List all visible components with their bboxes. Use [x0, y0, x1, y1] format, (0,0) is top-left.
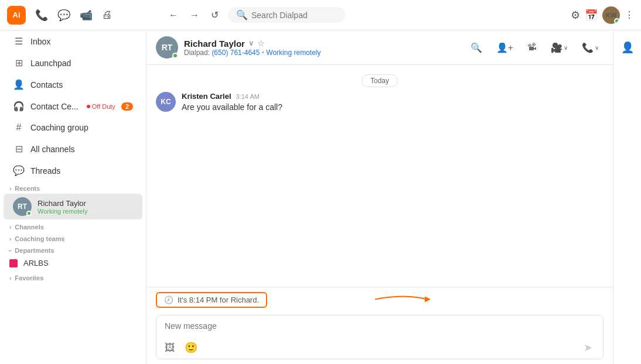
off-duty-badge: Off Duty	[87, 103, 115, 110]
voicemail-button[interactable]: 📽	[523, 39, 541, 56]
search-chat-button[interactable]: 🔍	[466, 39, 487, 56]
search-bar[interactable]: 🔍	[228, 7, 345, 23]
contact-center-badge: 2	[121, 102, 133, 111]
send-button[interactable]: ➤	[579, 339, 597, 356]
sidebar-label-inbox: Inbox	[30, 37, 133, 46]
recent-item-info: Richard Taylor Working remotely	[37, 199, 87, 215]
chat-bottom: 🕗 It's 8:14 PM for Richard. 🖼 🙂 ➤	[146, 287, 613, 364]
chat-panel: RT Richard Taylor ∨ ☆ Dialpad: (650) 761…	[146, 30, 613, 364]
contact-center-icon: 🎧	[13, 101, 25, 112]
sidebar-item-all-channels[interactable]: ⊟ All channels	[4, 139, 142, 159]
add-person-button[interactable]: 👤+	[492, 39, 518, 56]
dept-item-arlbs[interactable]: ARLBS	[0, 255, 146, 271]
name-star-icon[interactable]: ☆	[257, 39, 265, 48]
sidebar-item-coaching-group[interactable]: # Coaching group	[4, 118, 142, 138]
message-header: Kristen Carlel 3:14 AM	[182, 92, 604, 101]
message-text: Are you available for a call?	[182, 102, 604, 112]
name-dropdown-icon[interactable]: ∨	[248, 39, 254, 47]
departments-chevron: ›	[7, 249, 13, 251]
nav-refresh-button[interactable]: ↺	[206, 7, 223, 23]
video-icon[interactable]: 📹	[80, 9, 93, 22]
recents-chevron: ›	[9, 186, 11, 192]
off-duty-label: Off Duty	[92, 103, 115, 110]
sidebar-label-contact-center: Contact Ce...	[30, 102, 81, 111]
chat-body: Today KC Kristen Carlel 3:14 AM Are you …	[146, 65, 613, 287]
video-call-button[interactable]: 🎥 ∨	[546, 39, 572, 56]
channels-section[interactable]: › Channels	[0, 220, 146, 232]
departments-label: Departments	[15, 247, 54, 254]
sidebar-label-all-channels: All channels	[30, 145, 133, 154]
threads-icon: 💬	[13, 165, 25, 176]
message-row: KC Kristen Carlel 3:14 AM Are you availa…	[156, 92, 604, 112]
date-chip: Today	[362, 74, 398, 87]
new-message-input[interactable]	[156, 315, 603, 336]
call-button[interactable]: 📞 ∨	[577, 39, 604, 56]
online-indicator	[614, 18, 620, 24]
departments-section[interactable]: › Departments	[0, 243, 146, 255]
launchpad-icon: ⊞	[13, 57, 25, 68]
message-avatar: KC	[156, 92, 176, 112]
time-notice-box: 🕗 It's 8:14 PM for Richard.	[156, 292, 267, 308]
arrow-annotation	[375, 290, 434, 310]
sidebar-item-launchpad[interactable]: ⊞ Launchpad	[4, 53, 142, 73]
chat-header: RT Richard Taylor ∨ ☆ Dialpad: (650) 761…	[146, 30, 613, 65]
image-attach-button[interactable]: 🖼	[162, 339, 178, 356]
user-avatar[interactable]: KW	[602, 6, 620, 24]
search-icon: 🔍	[236, 9, 248, 20]
sidebar: ☰ Inbox ⊞ Launchpad 👤 Contacts 🎧 Contact…	[0, 30, 146, 364]
message-content: Kristen Carlel 3:14 AM Are you available…	[182, 92, 604, 112]
more-menu-icon[interactable]: ⋮	[625, 9, 634, 20]
right-panel: 👤	[613, 30, 641, 364]
search-input[interactable]	[251, 11, 337, 20]
chat-header-actions: 🔍 👤+ 📽 🎥 ∨ 📞 ∨	[466, 39, 604, 56]
recents-section[interactable]: › Recents	[0, 181, 146, 193]
richard-taylor-avatar: RT	[13, 197, 32, 216]
chat-avatar-initials: RT	[162, 43, 173, 52]
topbar: Dialpad Ai 📞 💬 📹 🖨 ← → ↺ 🔍 ⚙ 📅 KW ⋮	[0, 0, 641, 30]
person-detail-icon[interactable]: 👤	[618, 37, 637, 57]
calendar-icon[interactable]: 📅	[585, 9, 598, 22]
coaching-teams-section[interactable]: › Coaching teams	[0, 232, 146, 243]
phone-icon[interactable]: 📞	[35, 9, 48, 22]
message-tools: 🖼 🙂 ➤	[156, 336, 603, 359]
sidebar-label-coaching-group: Coaching group	[30, 123, 133, 132]
chat-icon[interactable]: 💬	[57, 9, 70, 22]
richard-online-indicator	[26, 211, 32, 216]
video-dropdown-arrow: ∨	[564, 44, 568, 51]
sidebar-item-contacts[interactable]: 👤 Contacts	[4, 74, 142, 95]
favorites-label: Favorites	[15, 274, 43, 281]
new-message-area[interactable]: 🖼 🙂 ➤	[156, 315, 604, 359]
off-duty-dot	[87, 105, 90, 108]
coaching-teams-chevron: ›	[9, 236, 11, 242]
settings-icon[interactable]: ⚙	[571, 9, 580, 22]
svg-marker-0	[425, 296, 431, 302]
app-logo: Dialpad Ai	[7, 6, 26, 25]
time-notice-text: It's 8:14 PM for Richard.	[178, 296, 259, 304]
favorites-section[interactable]: › Favorites	[0, 271, 146, 283]
nav-forward-button[interactable]: →	[185, 8, 204, 23]
chat-online-dot	[172, 53, 178, 59]
recent-status: Working remotely	[37, 208, 87, 215]
call-dropdown-arrow: ∨	[595, 44, 599, 51]
channels-chevron: ›	[9, 224, 11, 231]
favorites-chevron: ›	[9, 275, 11, 281]
clock-icon: 🕗	[164, 296, 173, 304]
message-time: 3:14 AM	[236, 93, 260, 100]
chat-header-info: Richard Taylor ∨ ☆ Dialpad: (650) 761-46…	[184, 39, 460, 57]
inbox-icon: ☰	[13, 36, 25, 47]
chat-contact-sub: Dialpad: (650) 761-4645 • Working remote…	[184, 49, 460, 57]
emoji-button[interactable]: 🙂	[182, 339, 200, 356]
print-icon[interactable]: 🖨	[102, 9, 112, 22]
sidebar-label-threads: Threads	[30, 166, 133, 176]
sidebar-item-contact-center[interactable]: 🎧 Contact Ce... Off Duty 2	[4, 96, 142, 116]
chat-contact-avatar: RT	[156, 36, 178, 59]
sidebar-item-threads[interactable]: 💬 Threads	[4, 160, 142, 181]
msg-avatar-initials: KC	[161, 98, 171, 106]
coaching-teams-label: Coaching teams	[15, 235, 64, 242]
recent-item-richard-taylor[interactable]: RT Richard Taylor Working remotely	[4, 194, 142, 219]
date-divider: Today	[156, 74, 604, 87]
nav-back-button[interactable]: ←	[164, 8, 183, 23]
coaching-group-icon: #	[13, 122, 25, 133]
chat-contact-name: Richard Taylor ∨ ☆	[184, 39, 460, 49]
sidebar-item-inbox[interactable]: ☰ Inbox	[4, 31, 142, 51]
